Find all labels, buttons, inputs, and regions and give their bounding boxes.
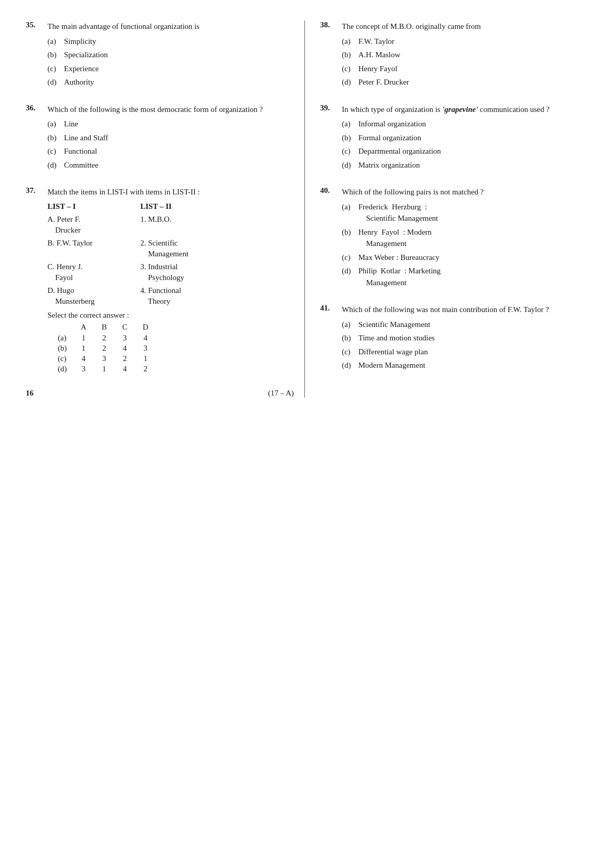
q37-ans-a-4: 4 — [140, 334, 151, 342]
q37-ans-values-c: 4 3 2 1 — [78, 354, 151, 363]
q35-option-a: (a) Simplicity — [47, 36, 294, 47]
q39-options: (a) Informal organization (b) Formal org… — [342, 118, 589, 171]
footer-center-text: (17 – A) — [268, 389, 294, 398]
q36-text: Which of the following is the most democ… — [47, 104, 263, 116]
q37-row-c-col2: 3. Industrial Psychology — [140, 261, 223, 283]
q38-text-c: Henry Fayol — [359, 63, 397, 75]
q36-text-a: Line — [64, 118, 78, 130]
q37-ans-row-a: (a) 1 2 3 4 — [58, 334, 294, 342]
q37-ans-values-d: 3 1 4 2 — [78, 365, 151, 373]
q37-ans-label-b: (b) — [58, 344, 78, 353]
q41-label-d: (d) — [342, 359, 359, 371]
q41-text-c: Differential wage plan — [359, 346, 428, 358]
q39-text-d: Matrix organization — [359, 159, 420, 171]
q36-option-d: (d) Committee — [47, 159, 294, 171]
q38-option-c: (c) Henry Fayol — [342, 63, 589, 75]
q38-number: 38. — [320, 21, 342, 29]
q35-option-d: (d) Authority — [47, 76, 294, 88]
q38-option-a: (a) F.W. Taylor — [342, 36, 589, 47]
q40-number: 40. — [320, 186, 342, 195]
question-41: 41. Which of the following was not main … — [320, 304, 589, 371]
q39-label-a: (a) — [342, 118, 359, 130]
q37-ans-b-1: 1 — [78, 344, 89, 353]
q41-text: Which of the following was not main cont… — [342, 304, 549, 316]
q38-label-c: (c) — [342, 63, 359, 75]
q35-option-c: (c) Experience — [47, 63, 294, 75]
q37-answer-table: A B C D (a) 1 2 3 4 — [58, 323, 294, 373]
q37-ans-row-c: (c) 4 3 2 1 — [58, 354, 294, 363]
q36-number: 36. — [26, 104, 47, 112]
q37-row-c-col1: C. Henry J. Fayol — [47, 261, 140, 283]
q36-text-d: Committee — [64, 159, 99, 171]
q41-label-a: (a) — [342, 319, 359, 331]
q40-option-c: (c) Max Weber : Bureaucracy — [342, 252, 589, 264]
q38-option-b: (b) A.H. Maslow — [342, 49, 589, 61]
q37-row-b-col1: B. F.W. Taylor — [47, 238, 140, 259]
q40-text-a: Frederick Herzburg : Scientific Manageme… — [359, 201, 439, 224]
q37-number: 37. — [26, 186, 47, 195]
q39-text-c: Departmental organization — [359, 145, 441, 157]
q37-ans-b-3: 4 — [120, 344, 130, 353]
q38-label-b: (b) — [342, 49, 359, 61]
q39-label-b: (b) — [342, 132, 359, 144]
q37-ans-d-4: 2 — [140, 365, 151, 373]
q37-ans-row-b: (b) 1 2 4 3 — [58, 344, 294, 353]
q37-text: Match the items in LIST-I with items in … — [47, 186, 200, 198]
q38-text: The concept of M.B.O. originally came fr… — [342, 21, 481, 32]
q37-list-match: LIST – I LIST – II A. Peter F. Drucker 1… — [47, 202, 294, 373]
q35-label-a: (a) — [47, 36, 64, 47]
q35-option-b: (b) Specialization — [47, 49, 294, 61]
q36-option-a: (a) Line — [47, 118, 294, 130]
q39-option-a: (a) Informal organization — [342, 118, 589, 130]
q40-option-b: (b) Henry Fayol : Modern Management — [342, 226, 589, 250]
q40-option-d: (d) Philip Kotlar : Marketing Management — [342, 265, 589, 288]
q39-option-c: (c) Departmental organization — [342, 145, 589, 157]
q38-text-b: A.H. Maslow — [359, 49, 400, 61]
question-40: 40. Which of the following pairs is not … — [320, 186, 589, 288]
q37-ans-d-3: 4 — [120, 365, 130, 373]
q35-label-b: (b) — [47, 49, 64, 61]
q41-option-b: (b) Time and motion studies — [342, 332, 589, 344]
q39-number: 39. — [320, 104, 342, 112]
q35-text-b: Specialization — [64, 49, 108, 61]
q36-label-d: (d) — [47, 159, 64, 171]
q37-ans-c-1: 4 — [78, 354, 89, 363]
question-36: 36. Which of the following is the most d… — [26, 104, 294, 171]
page-footer: 16 (17 – A) — [26, 389, 294, 398]
q37-list-row-a: A. Peter F. Drucker 1. M.B.O. — [47, 214, 294, 236]
q38-label-a: (a) — [342, 36, 359, 47]
q38-text-d: Peter F. Drucker — [359, 76, 409, 88]
question-39: 39. In which type of organization is 'gr… — [320, 104, 589, 171]
q40-option-a: (a) Frederick Herzburg : Scientific Mana… — [342, 201, 589, 224]
q37-list1-header: LIST – I — [47, 202, 140, 211]
q40-text-d: Philip Kotlar : Marketing Management — [359, 265, 441, 288]
q36-text-c: Functional — [64, 145, 97, 157]
q37-row-b-col2: 2. Scientific Management — [140, 238, 223, 259]
q37-row-d-col2: 4. Functional Theory — [140, 285, 223, 307]
q40-options: (a) Frederick Herzburg : Scientific Mana… — [342, 201, 589, 289]
q38-options: (a) F.W. Taylor (b) A.H. Maslow (c) Henr… — [342, 36, 589, 88]
q37-ans-a-1: 1 — [78, 334, 89, 342]
q35-text: The main advantage of functional organiz… — [47, 21, 200, 32]
q37-header-d: D — [140, 323, 151, 332]
q37-header-c: C — [120, 323, 130, 332]
q37-ans-label-c: (c) — [58, 354, 78, 363]
q40-label-b: (b) — [342, 226, 359, 238]
q39-label-c: (c) — [342, 145, 359, 157]
q36-option-c: (c) Functional — [47, 145, 294, 157]
q37-ans-d-2: 1 — [99, 365, 109, 373]
q37-ans-c-4: 1 — [140, 354, 151, 363]
question-38: 38. The concept of M.B.O. originally cam… — [320, 21, 589, 88]
q37-list2-header: LIST – II — [140, 202, 223, 211]
q35-options: (a) Simplicity (b) Specialization (c) Ex… — [47, 36, 294, 88]
q39-text-a: Informal organization — [359, 118, 426, 130]
footer-page-number: 16 — [26, 389, 34, 398]
q37-ans-values-b: 1 2 4 3 — [78, 344, 151, 353]
q41-option-c: (c) Differential wage plan — [342, 346, 589, 358]
q37-list-row-c: C. Henry J. Fayol 3. Industrial Psycholo… — [47, 261, 294, 283]
q36-label-a: (a) — [47, 118, 64, 130]
q37-ans-row-d: (d) 3 1 4 2 — [58, 365, 294, 373]
q37-ans-c-2: 3 — [99, 354, 109, 363]
q35-text-a: Simplicity — [64, 36, 96, 47]
q37-ans-b-2: 2 — [99, 344, 109, 353]
